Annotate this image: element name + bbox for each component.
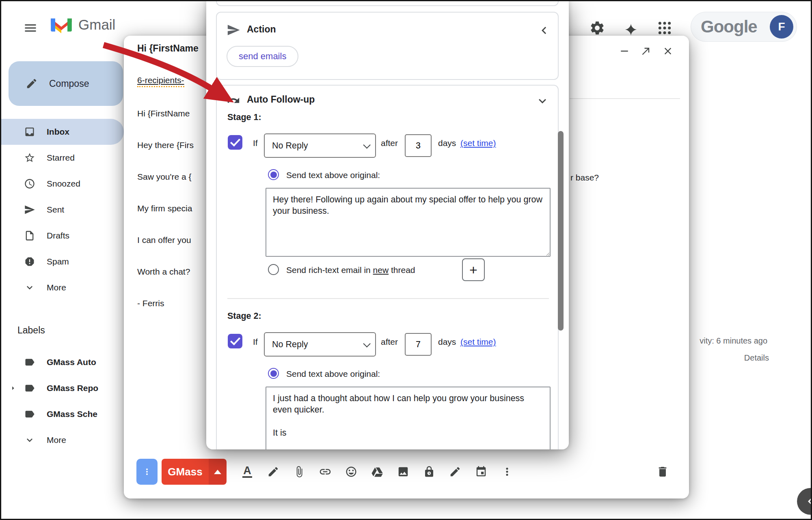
- expand-arrow-icon[interactable]: [9, 384, 17, 393]
- sidebar-item-label: Drafts: [47, 231, 69, 241]
- settings-button[interactable]: [589, 20, 605, 36]
- sidebar-item-inbox[interactable]: Inbox: [1, 119, 124, 145]
- gmass-dropdown-toggle[interactable]: [209, 459, 227, 485]
- attach-file-button[interactable]: [286, 459, 312, 485]
- hamburger-icon: [23, 21, 38, 35]
- minimize-button[interactable]: [618, 45, 631, 58]
- compose-toolbar: A: [234, 459, 520, 485]
- days-label: days: [438, 337, 456, 347]
- sidebar-label-gmass-auto[interactable]: GMass Auto: [1, 349, 124, 375]
- formatting-options-button[interactable]: A: [234, 459, 260, 485]
- gmass-more-button[interactable]: [136, 459, 158, 485]
- stage1-enabled-checkbox[interactable]: [228, 135, 242, 150]
- label-tag-icon: [24, 357, 35, 368]
- rich-new-word: new: [373, 265, 389, 275]
- sidebar-labels-more[interactable]: More: [1, 427, 124, 453]
- calendar-button[interactable]: [468, 459, 494, 485]
- condition-value: No Reply: [272, 141, 308, 151]
- send-emails-button[interactable]: send emails: [227, 46, 298, 67]
- action-section-title: Action: [247, 24, 276, 35]
- gmail-m-icon: [50, 16, 73, 33]
- compose-button[interactable]: Compose: [9, 61, 123, 106]
- apps-grid-icon: [657, 20, 673, 36]
- pen-button[interactable]: [260, 459, 286, 485]
- discard-draft-button[interactable]: [656, 465, 669, 478]
- label-tag-icon: [24, 408, 35, 420]
- gmass-send-button[interactable]: GMass: [162, 459, 227, 485]
- followup-section-title: Auto Follow-up: [247, 94, 315, 105]
- google-profile-chip[interactable]: Google F: [691, 12, 797, 42]
- recipients-field[interactable]: 6-recipients-: [137, 75, 184, 87]
- stage1-days-input[interactable]: [405, 134, 432, 157]
- more-options-button[interactable]: [494, 459, 520, 485]
- paperclip-icon: [293, 466, 305, 478]
- sidebar-item-starred[interactable]: Starred: [1, 145, 124, 171]
- add-rich-email-button[interactable]: +: [462, 258, 485, 281]
- google-apps-button[interactable]: [657, 20, 673, 36]
- sidebar-item-drafts[interactable]: Drafts: [1, 223, 124, 249]
- stage2-message-textarea[interactable]: I just had a thought about how I can hel…: [266, 387, 551, 449]
- insert-drive-button[interactable]: [364, 459, 390, 485]
- stage1-condition-select[interactable]: No Reply: [264, 133, 376, 158]
- body-line: Worth a chat?: [137, 267, 190, 277]
- sidebar-item-sent[interactable]: Sent: [1, 197, 124, 223]
- gmass-button-label[interactable]: GMass: [162, 459, 209, 485]
- insert-photo-button[interactable]: [390, 459, 416, 485]
- header-divider: [570, 98, 680, 99]
- previous-section-edge: [216, 1, 559, 6]
- main-menu-button[interactable]: [21, 18, 40, 38]
- gmail-screen: Gmail Google F Compose Inbox Starred Sno…: [0, 0, 812, 520]
- days-label: days: [438, 138, 456, 148]
- condition-value: No Reply: [272, 340, 308, 350]
- details-link[interactable]: Details: [744, 353, 769, 363]
- sidebar-item-more[interactable]: More: [1, 275, 124, 301]
- stage2-enabled-checkbox[interactable]: [228, 334, 242, 348]
- confidential-mode-button[interactable]: [416, 459, 442, 485]
- sidebar-label-gmass-sche[interactable]: GMass Sche: [1, 401, 124, 427]
- sidebar-item-spam[interactable]: Spam: [1, 249, 124, 275]
- google-logo: Google: [701, 17, 757, 37]
- last-activity-text: vity: 6 minutes ago: [700, 336, 767, 346]
- chevron-down-icon: [24, 282, 35, 293]
- body-line: Hey there {Firs: [137, 140, 194, 150]
- rich-text-option-label: Send rich-text email in new thread: [286, 265, 415, 275]
- spam-icon: [24, 256, 35, 267]
- compose-subject-title: Hi {FirstName: [137, 43, 199, 54]
- side-panel-toggle-button[interactable]: [797, 488, 812, 515]
- pen-icon: [267, 466, 279, 478]
- stage2-send-text-radio[interactable]: [268, 368, 279, 379]
- send-icon: [24, 204, 35, 215]
- caret-up-icon: [214, 470, 221, 474]
- stage2-days-input[interactable]: [405, 333, 432, 356]
- popout-button[interactable]: [640, 45, 653, 58]
- modal-scrollbar-thumb[interactable]: [558, 131, 564, 331]
- label-text: GMass Auto: [47, 357, 96, 367]
- insert-signature-button[interactable]: [442, 459, 468, 485]
- stage1-send-text-radio[interactable]: [268, 169, 279, 180]
- sidebar-item-label: Sent: [47, 205, 64, 215]
- minimize-icon: [618, 45, 631, 57]
- insert-emoji-button[interactable]: [338, 459, 364, 485]
- collapse-section-button[interactable]: [537, 23, 551, 38]
- sidebar-label-gmass-repo[interactable]: GMass Repo: [1, 375, 124, 401]
- close-button[interactable]: [662, 45, 675, 58]
- stage2-set-time-link[interactable]: (set time): [460, 337, 496, 347]
- gemini-button[interactable]: [624, 21, 640, 38]
- stage1-set-time-link[interactable]: (set time): [460, 138, 496, 148]
- format-a-icon: A: [242, 466, 252, 478]
- calendar-icon: [475, 466, 487, 478]
- body-text-fragment: r base?: [570, 173, 599, 183]
- auto-followup-section: Auto Follow-up Stage 1: If No Reply afte…: [216, 85, 559, 449]
- expand-section-button[interactable]: [535, 94, 550, 108]
- sidebar-item-snoozed[interactable]: Snoozed: [1, 171, 124, 197]
- stage1-rich-text-radio[interactable]: [268, 264, 279, 275]
- vertical-dots-icon: [142, 467, 152, 477]
- stage2-heading: Stage 2:: [227, 311, 261, 321]
- link-icon: [319, 465, 332, 478]
- stage1-message-textarea[interactable]: Hey there! Following up again about my s…: [266, 188, 551, 257]
- stage2-condition-select[interactable]: No Reply: [264, 332, 376, 357]
- insert-link-button[interactable]: [312, 459, 338, 485]
- file-icon: [24, 230, 35, 241]
- gmail-wordmark: Gmail: [78, 17, 115, 33]
- avatar[interactable]: F: [770, 15, 793, 39]
